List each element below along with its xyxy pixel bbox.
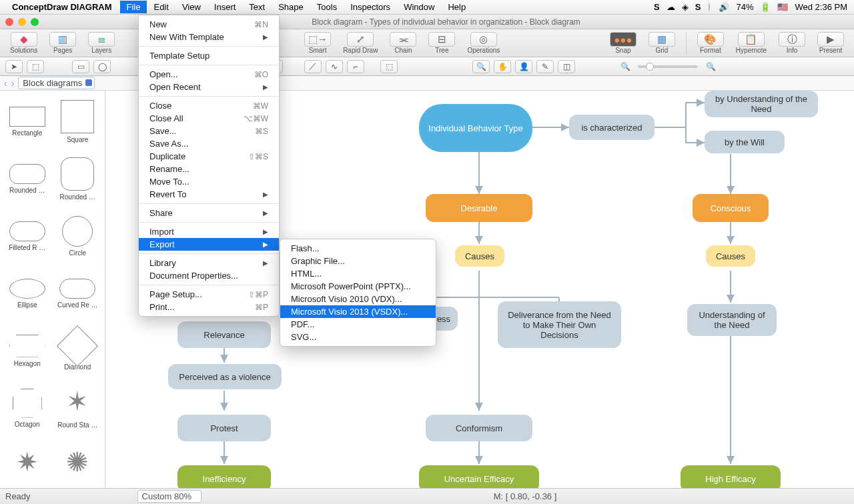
line-tool-3[interactable]: ⌐ — [347, 60, 364, 73]
layers-button[interactable]: ≣Layers — [82, 30, 121, 56]
grid-button[interactable]: ▦Grid — [643, 30, 681, 56]
close-window-button[interactable] — [5, 18, 13, 26]
ellipse-tool[interactable]: ◯ — [93, 60, 111, 73]
solutions-button[interactable]: ◆Solutions — [4, 30, 43, 56]
flag-icon[interactable]: 🇺🇸 — [777, 2, 788, 12]
rapid-draw-button[interactable]: ⤢Rapid Draw — [337, 30, 384, 56]
file-menu-open-recent[interactable]: Open Recent▶ — [139, 81, 279, 93]
file-menu-close[interactable]: Close⌘W — [139, 99, 279, 112]
s-icon[interactable]: S — [654, 2, 660, 12]
node-deliverance[interactable]: Deliverance from the Need to Make Their … — [498, 301, 621, 348]
file-menu-new-with-template[interactable]: New With Template▶ — [139, 31, 279, 43]
marquee-tool[interactable]: ⬚ — [27, 60, 44, 73]
file-menu-save-[interactable]: Save...⌘S — [139, 125, 279, 137]
shape-fillrect[interactable]: Filleted R … — [3, 208, 52, 264]
node-conscious[interactable]: Conscious — [693, 194, 769, 222]
file-menu-rename-[interactable]: Rename... — [139, 163, 279, 175]
node-understanding-need[interactable]: by Understanding of the Need — [705, 91, 818, 117]
zoom-select[interactable]: Custom 80% — [137, 490, 201, 503]
zoom-window-button[interactable] — [31, 18, 39, 26]
file-menu-duplicate[interactable]: Duplicate⇧⌘S — [139, 150, 279, 163]
node-causes-right[interactable]: Causes — [706, 245, 755, 267]
pages-button[interactable]: ▥Pages — [43, 30, 82, 56]
zoom-slider[interactable] — [638, 65, 698, 68]
file-menu-export[interactable]: Export▶ — [139, 238, 279, 251]
export-microsoft-powerpoint-pptx-[interactable]: Microsoft PowerPoint (PPTX)... — [280, 280, 436, 293]
wifi-icon[interactable]: ⧘ — [707, 2, 712, 12]
diamond-icon[interactable]: ◈ — [682, 2, 689, 12]
menu-inspectors[interactable]: Inspectors — [344, 1, 397, 13]
shape-star3[interactable]: ✺ — [53, 437, 103, 493]
export-graphic-file-[interactable]: Graphic File... — [280, 255, 436, 267]
cloud-icon[interactable]: ☁ — [667, 2, 675, 12]
node-protest[interactable]: Protest — [177, 415, 271, 441]
file-menu-page-setup-[interactable]: Page Setup...⇧⌘P — [139, 288, 279, 301]
operations-button[interactable]: ◎Operations — [461, 30, 506, 56]
shape-hex[interactable]: Hexagon — [3, 323, 52, 379]
volume-icon[interactable]: 🔊 — [719, 2, 729, 12]
shape-star[interactable]: ✶Round Sta … — [53, 380, 103, 436]
shape-diamond[interactable]: Diamond — [53, 323, 103, 379]
menu-view[interactable]: View — [175, 1, 207, 13]
node-characterized[interactable]: is characterized — [569, 115, 655, 140]
clock[interactable]: Wed 2:36 PM — [795, 2, 847, 12]
file-menu-print-[interactable]: Print...⌘P — [139, 301, 279, 313]
menu-edit[interactable]: Edit — [147, 1, 175, 13]
shape-rect[interactable]: Rectangle — [3, 93, 52, 149]
smart-button[interactable]: ⬚→Smart — [298, 30, 337, 56]
minimize-window-button[interactable] — [18, 18, 26, 26]
shape-ellipse[interactable]: Ellipse — [3, 265, 52, 321]
menu-shape[interactable]: Shape — [272, 1, 310, 13]
zoom-out-button[interactable]: 🔍 — [616, 60, 634, 73]
file-menu-library[interactable]: Library▶ — [139, 257, 279, 269]
export-html-[interactable]: HTML... — [280, 267, 436, 280]
node-understanding2[interactable]: Understanding of the Need — [687, 304, 777, 336]
file-menu-new[interactable]: New⌘N — [139, 18, 279, 31]
menu-text[interactable]: Text — [242, 1, 272, 13]
export-microsoft-visio-2010-vdx-[interactable]: Microsoft Visio 2010 (VDX)... — [280, 293, 436, 305]
library-select[interactable]: Block diagrams — [18, 77, 95, 89]
nav-fwd-icon[interactable]: › — [11, 78, 15, 89]
file-menu-close-all[interactable]: Close All⌥⌘W — [139, 112, 279, 125]
tree-button[interactable]: ⊟Tree — [422, 30, 461, 56]
zoom-in-icon[interactable]: 🔍 — [472, 60, 490, 73]
shape-tool[interactable]: ⬚ — [380, 60, 398, 73]
shape-star2[interactable]: ✷ — [3, 437, 52, 493]
shape-oct[interactable]: Octagon — [3, 380, 52, 436]
node-will[interactable]: by the Will — [705, 131, 785, 153]
shape-rsquare[interactable]: Rounded … — [53, 151, 103, 207]
zoom-in-button[interactable]: 🔍 — [702, 60, 719, 73]
menu-insert[interactable]: Insert — [207, 1, 243, 13]
menu-help[interactable]: Help — [441, 1, 472, 13]
person-tool[interactable]: 👤 — [515, 60, 532, 73]
file-menu-move-to-[interactable]: Move To... — [139, 175, 279, 188]
export-pdf-[interactable]: PDF... — [280, 318, 436, 331]
menu-tools[interactable]: Tools — [310, 1, 344, 13]
pointer-tool[interactable]: ➤ — [5, 60, 23, 73]
menu-file[interactable]: File — [120, 1, 147, 13]
snap-button[interactable]: ●●●Snap — [604, 30, 643, 56]
file-menu-save-as-[interactable]: Save As... — [139, 137, 279, 150]
file-menu-share[interactable]: Share▶ — [139, 207, 279, 219]
eraser-tool[interactable]: ◫ — [558, 60, 575, 73]
file-menu-document-properties-[interactable]: Document Properties... — [139, 269, 279, 282]
file-menu-import[interactable]: Import▶ — [139, 225, 279, 238]
node-relevance[interactable]: Relevance — [177, 321, 271, 348]
nav-back-icon[interactable]: ‹ — [4, 78, 7, 89]
line-tool-2[interactable]: ∿ — [326, 60, 343, 73]
file-menu-template-setup[interactable]: Template Setup — [139, 49, 279, 62]
node-individual-behavior[interactable]: Individual Behavior Type — [419, 104, 532, 152]
shape-rrect[interactable]: Rounded … — [3, 151, 52, 207]
rect-tool[interactable]: ▭ — [72, 60, 89, 73]
line-tool-1[interactable]: ／ — [304, 60, 322, 73]
hypernote-button[interactable]: 📋Hypernote — [730, 30, 773, 56]
export-svg-[interactable]: SVG... — [280, 331, 436, 343]
shape-circle[interactable]: Circle — [53, 208, 103, 264]
eyedropper-tool[interactable]: ✎ — [536, 60, 554, 73]
node-desirable[interactable]: Desirable — [426, 194, 532, 222]
skype-icon[interactable]: S — [695, 2, 701, 12]
export-flash-[interactable]: Flash... — [280, 242, 436, 255]
hand-tool[interactable]: ✋ — [494, 60, 511, 73]
info-button[interactable]: ⓘInfo — [773, 30, 811, 56]
shape-square[interactable]: Square — [53, 93, 103, 149]
